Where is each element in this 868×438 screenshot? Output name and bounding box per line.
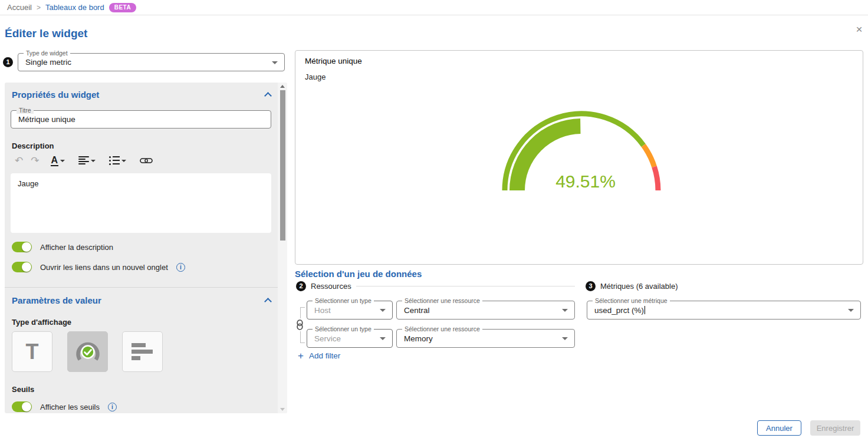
- resource-select-2-value: Memory: [404, 334, 433, 343]
- redo-button[interactable]: ↷: [29, 154, 41, 167]
- chevron-down-icon: [562, 309, 568, 312]
- gauge-value-text: 49.51%: [555, 172, 616, 191]
- resource-type-select-2-value: Service: [314, 334, 341, 343]
- resources-step-row: 2 Ressources: [296, 281, 575, 291]
- align-button[interactable]: [77, 155, 97, 166]
- chevron-down-icon: [272, 61, 278, 64]
- display-type-label: Type d'affichage: [12, 318, 71, 327]
- info-icon[interactable]: i: [176, 263, 185, 272]
- text-color-icon: A: [51, 155, 59, 166]
- display-type-bars-button[interactable]: [122, 331, 163, 372]
- panel-scrollbar[interactable]: [278, 83, 287, 413]
- list-button[interactable]: [107, 155, 128, 166]
- show-thresholds-toggle[interactable]: [12, 401, 32, 412]
- properties-section-title: Propriétés du widget: [12, 90, 99, 100]
- add-filter-button[interactable]: + Add filter: [298, 351, 340, 361]
- open-links-toggle-row: Ouvrir les liens dans un nouvel onglet i: [12, 261, 185, 274]
- info-icon[interactable]: i: [108, 403, 117, 411]
- save-button: Enregistrer: [810, 420, 860, 436]
- beta-badge: BETA: [109, 3, 136, 12]
- resource-select-1-value: Central: [404, 306, 430, 315]
- undo-icon: ↶: [15, 156, 23, 166]
- resource-select-2-label: Sélectionner une ressource: [402, 325, 482, 332]
- gauge-display-icon: [75, 340, 101, 364]
- richtext-toolbar: ↶ ↷ A: [13, 152, 154, 169]
- title-input-value: Métrique unique: [18, 115, 75, 124]
- collapse-properties-icon[interactable]: [264, 92, 272, 100]
- widget-settings-panel: Propriétés du widget Titre Métrique uniq…: [5, 83, 287, 413]
- metric-select[interactable]: Sélectionner une métrique used_prct (%): [587, 301, 861, 320]
- insert-link-button[interactable]: [138, 156, 154, 166]
- description-text: Jauge: [18, 179, 38, 188]
- gauge-ring-critical-arc: [655, 167, 658, 190]
- widget-type-select-value: Single metric: [25, 58, 71, 67]
- show-description-toggle-row: Afficher la description: [12, 241, 113, 253]
- collapse-value-params-icon[interactable]: [264, 298, 272, 305]
- resources-label: Ressources: [311, 282, 351, 291]
- step-1-badge: 1: [3, 57, 13, 67]
- dataset-section-title: Sélection d'un jeu de données: [295, 269, 422, 279]
- resource-select-1-label: Sélectionner une ressource: [402, 297, 482, 304]
- scroll-down-icon[interactable]: [280, 408, 285, 411]
- bar-chart-icon: [131, 343, 154, 360]
- thresholds-label: Seuils: [12, 385, 34, 394]
- display-type-gauge-button-selected[interactable]: [67, 331, 108, 372]
- scroll-up-icon[interactable]: [280, 85, 285, 88]
- plus-icon: +: [298, 351, 304, 361]
- page-title: Éditer le widget: [5, 27, 87, 40]
- add-filter-label: Add filter: [309, 351, 340, 360]
- metric-select-label: Sélectionner une métrique: [593, 297, 670, 304]
- bulleted-list-icon: [109, 156, 120, 165]
- step-3-badge: 3: [586, 281, 596, 291]
- metrics-label: Métriques (6 available): [600, 282, 678, 291]
- preview-description: Jauge: [305, 73, 326, 81]
- show-description-toggle[interactable]: [12, 242, 32, 252]
- breadcrumb-dashboards-link[interactable]: Tableaux de bord: [45, 3, 104, 12]
- breadcrumb: Accueil > Tableaux de bord BETA: [0, 0, 868, 15]
- metric-select-value: used_prct (%): [594, 306, 644, 315]
- resource-type-select-2-label: Sélectionner un type: [313, 325, 374, 332]
- step-2-badge: 2: [296, 281, 306, 291]
- open-links-label: Ouvrir les liens dans un nouvel onglet: [40, 263, 168, 272]
- redo-icon: ↷: [31, 156, 39, 166]
- value-params-section-title: Paramètres de valeur: [12, 295, 101, 305]
- open-links-toggle[interactable]: [12, 262, 32, 272]
- text-display-icon: T: [26, 340, 39, 364]
- resource-type-select-1-value: Host: [314, 306, 331, 315]
- close-icon[interactable]: ×: [853, 24, 865, 35]
- resource-select-2[interactable]: Sélectionner une ressource Memory: [396, 329, 575, 348]
- widget-type-select[interactable]: Type de widget Single metric: [18, 53, 285, 71]
- resource-type-select-1[interactable]: Sélectionner un type Host: [307, 301, 393, 320]
- chevron-down-icon: [60, 160, 65, 162]
- section-divider: [5, 287, 278, 288]
- align-left-icon: [78, 156, 89, 164]
- resource-select-1[interactable]: Sélectionner une ressource Central: [396, 301, 575, 320]
- chevron-down-icon: [121, 160, 126, 162]
- undo-button[interactable]: ↶: [13, 154, 25, 167]
- gauge-ring-warning-arc: [643, 146, 654, 167]
- edit-widget-dialog: Accueil > Tableaux de bord BETA Éditer l…: [0, 0, 868, 438]
- description-editor[interactable]: Jauge: [11, 173, 271, 233]
- scrollbar-thumb[interactable]: [280, 90, 285, 241]
- cancel-button[interactable]: Annuler: [757, 420, 801, 436]
- title-input[interactable]: Titre Métrique unique: [11, 110, 271, 129]
- resource-type-select-1-label: Sélectionner un type: [313, 297, 374, 304]
- text-cursor: [645, 306, 645, 314]
- preview-title: Métrique unique: [305, 57, 362, 65]
- metrics-step-row: 3 Métriques (6 available): [586, 281, 678, 291]
- chevron-down-icon: [848, 309, 854, 312]
- divider: [356, 286, 575, 286]
- show-thresholds-toggle-row: Afficher les seuils i: [12, 400, 117, 413]
- chevron-down-icon: [380, 309, 386, 312]
- chevron-down-icon: [562, 337, 568, 340]
- link-icon: [140, 157, 153, 164]
- display-type-text-button[interactable]: T: [12, 331, 52, 372]
- show-description-label: Afficher la description: [40, 243, 113, 252]
- text-color-button[interactable]: A: [49, 154, 67, 167]
- breadcrumb-home-link[interactable]: Accueil: [7, 3, 32, 12]
- resource-type-select-2[interactable]: Sélectionner un type Service: [307, 329, 393, 348]
- widget-type-select-label: Type de widget: [24, 50, 70, 57]
- description-label: Description: [12, 141, 54, 150]
- widget-preview-panel: Métrique unique Jauge 49.51%: [295, 50, 863, 265]
- gauge-chart: 49.51%: [499, 106, 664, 193]
